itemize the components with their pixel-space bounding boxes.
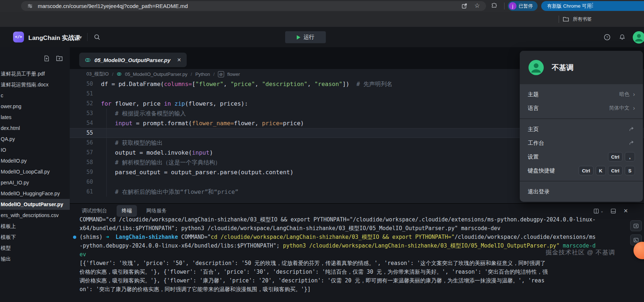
kbd-key: K bbox=[596, 166, 606, 175]
line-number: 59 bbox=[70, 167, 101, 177]
search-icon[interactable] bbox=[94, 34, 100, 40]
kbd-key: S bbox=[625, 166, 635, 175]
help-icon[interactable]: ? bbox=[604, 34, 611, 41]
run-button[interactable]: 运行 bbox=[285, 31, 326, 43]
maximize-panel-icon[interactable] bbox=[610, 208, 616, 214]
kbd-key: , bbox=[625, 152, 635, 162]
terminal-line: (shims) ➜ LangChain-shizhanke COMMAND="c… bbox=[80, 233, 644, 241]
terminal-line: 调价格实惠，吸引顾客购买。'}, {'flower': '康乃馨', 'pric… bbox=[80, 276, 644, 285]
site-settings-icon[interactable] bbox=[27, 3, 33, 9]
user-avatar[interactable] bbox=[633, 31, 644, 44]
file-item[interactable]: 模板下 bbox=[0, 232, 70, 242]
breadcrumb-folder[interactable]: 03_模型IO bbox=[86, 71, 109, 77]
close-panel-icon[interactable]: ✕ bbox=[623, 208, 628, 214]
menu-item-设置[interactable]: 设置Ctrl, bbox=[520, 150, 643, 164]
url-text[interactable]: marscode.cn/course/9erl12yejee4qj?code_p… bbox=[38, 3, 188, 9]
terminal-line: [{'flower': '玫瑰', 'price': '50', 'descri… bbox=[80, 259, 644, 268]
watermark: 掘金技术社区 @ 不基调 bbox=[546, 248, 615, 257]
file-item[interactable]: lates bbox=[0, 112, 70, 123]
terminal-line: x64/bundled/libs:$PYTHONPATH"; python3 /… bbox=[80, 224, 644, 233]
menu-item-语言[interactable]: 语言简体中文› bbox=[520, 101, 643, 115]
kbd-key: Ctrl bbox=[579, 166, 593, 175]
file-item[interactable]: ModelIO_OutputParser.py bbox=[0, 199, 70, 210]
svg-text:?: ? bbox=[606, 35, 608, 39]
terminal-status-dot bbox=[73, 236, 76, 239]
line-number: 55 bbox=[70, 128, 101, 138]
line-number: 56 bbox=[70, 138, 101, 148]
menu-value: 暗色 bbox=[619, 91, 629, 98]
editor-tab-title: 05_ModelIO_OutputParser.py bbox=[94, 57, 170, 63]
terminal-tab[interactable]: 网络服务 bbox=[146, 208, 167, 214]
editor-tab[interactable]: 05_ModelIO_OutputParser.py ✕ bbox=[79, 53, 187, 67]
file-item[interactable]: c bbox=[0, 90, 70, 101]
bookmarks-bar: 所有书签 bbox=[0, 12, 644, 27]
line-number: 52 bbox=[70, 99, 101, 109]
user-menu-panel: 不基调 主题暗色›语言简体中文› 主页工作台设置Ctrl,键盘快捷键CtrlKC… bbox=[520, 51, 643, 202]
line-number: 61 bbox=[70, 187, 101, 197]
share-icon[interactable] bbox=[461, 3, 467, 9]
menu-item-键盘快捷键[interactable]: 键盘快捷键CtrlKCtrlS bbox=[520, 164, 643, 177]
file-item[interactable]: ModelIO.py bbox=[0, 155, 70, 166]
menu-item-主题[interactable]: 主题暗色› bbox=[520, 87, 643, 101]
screen: marscode.cn/course/9erl12yejee4qj?code_p… bbox=[0, 0, 644, 302]
new-file-icon[interactable] bbox=[44, 55, 50, 62]
file-list: 速鲜花员工手册.pdf速鲜花运营指南.docxcower.pnglatesdex… bbox=[0, 68, 70, 264]
chrome-update-button[interactable]: 有新版 Chrome 可用 ⋮ bbox=[541, 1, 644, 11]
user-menu-header: 不基调 bbox=[520, 51, 643, 84]
bookmark-star-icon[interactable]: ☆ bbox=[474, 2, 480, 9]
file-item[interactable]: 速鲜花运营指南.docx bbox=[0, 79, 70, 90]
browser-menu-icon[interactable]: ⋮ bbox=[590, 2, 595, 8]
menu-item-工作台[interactable]: 工作台 bbox=[520, 136, 643, 150]
folder-icon bbox=[563, 16, 569, 22]
file-item[interactable]: ower.png bbox=[0, 101, 70, 112]
file-item[interactable]: ers_with_descriptions.csv bbox=[0, 210, 70, 221]
file-item[interactable]: dex.html bbox=[0, 123, 70, 134]
address-bar-input[interactable]: marscode.cn/course/9erl12yejee4qj?code_p… bbox=[21, 1, 486, 11]
close-icon[interactable]: ✕ bbox=[177, 57, 181, 63]
terminal-line: COMMAND="cd /cloudide/workspace/LangChai… bbox=[80, 215, 644, 224]
file-item[interactable]: 输出 bbox=[0, 253, 70, 264]
symbol-icon: @ bbox=[218, 71, 224, 77]
terminal-tab[interactable]: 调试控制台 bbox=[82, 208, 107, 214]
terminal-action-button-1[interactable] bbox=[630, 220, 642, 231]
breadcrumb-file[interactable]: 05_ModelIO_OutputParser.py bbox=[125, 72, 187, 77]
file-item[interactable]: IO bbox=[0, 144, 70, 155]
breadcrumb-symbol[interactable]: flower bbox=[227, 72, 240, 77]
line-number: 50 bbox=[70, 79, 101, 89]
line-number: 58 bbox=[70, 158, 101, 167]
file-item[interactable]: ModelIO_LoopCall.py bbox=[0, 166, 70, 177]
workspace-logo-icon[interactable]: </> bbox=[13, 32, 24, 42]
chevron-down-icon[interactable]: ▼ bbox=[78, 35, 83, 40]
paused-label: 已暂停 bbox=[519, 3, 533, 9]
new-folder-icon[interactable] bbox=[56, 55, 63, 62]
file-explorer: 速鲜花员工手册.pdf速鲜花运营指南.docxcower.pnglatesdex… bbox=[0, 47, 70, 302]
breadcrumb-language[interactable]: Python bbox=[195, 72, 210, 77]
username: 不基调 bbox=[552, 63, 574, 73]
file-item[interactable]: penAI_IO.py bbox=[0, 177, 70, 188]
line-number: 60 bbox=[70, 177, 101, 187]
file-item[interactable]: 模板上 bbox=[0, 221, 70, 232]
notification-bell-icon[interactable] bbox=[619, 34, 625, 41]
file-item[interactable]: ModelIO_HuggingFace.py bbox=[0, 188, 70, 199]
file-item[interactable]: QA.py bbox=[0, 134, 70, 144]
terminal-output[interactable]: COMMAND="cd /cloudide/workspace/LangChai… bbox=[80, 215, 644, 302]
logout-button[interactable]: 退出登录 bbox=[520, 185, 643, 199]
extensions-icon[interactable] bbox=[491, 3, 498, 9]
profile-paused-button[interactable]: j 已暂停 bbox=[508, 1, 538, 11]
terminal-line: 价格的实惠，吸引顾客购买。'}, {'flower': '百合', 'price… bbox=[80, 268, 644, 276]
browser-address-bar: marscode.cn/course/9erl12yejee4qj?code_p… bbox=[0, 0, 644, 12]
file-item[interactable]: 速鲜花员工手册.pdf bbox=[0, 68, 70, 79]
line-number: 54 bbox=[70, 118, 101, 128]
menu-item-主页[interactable]: 主页 bbox=[520, 122, 643, 136]
run-label: 运行 bbox=[304, 34, 315, 41]
avatar bbox=[528, 60, 544, 75]
toolbar-divider bbox=[504, 3, 505, 9]
file-item[interactable]: 模型 bbox=[0, 242, 70, 253]
split-terminal-icon[interactable]: ⌄ bbox=[593, 208, 603, 214]
line-number: 51 bbox=[70, 89, 101, 99]
chrome-update-label: 有新版 Chrome 可用 bbox=[547, 3, 592, 9]
line-number: 57 bbox=[70, 148, 101, 158]
terminal-line: on': '突出了康乃馨的价格实惠，同时强调了它能带来的温馨和浪漫氛围，吸引顾客… bbox=[80, 285, 644, 294]
python-file-icon bbox=[117, 72, 122, 77]
all-bookmarks-button[interactable]: 所有书签 bbox=[559, 16, 592, 23]
